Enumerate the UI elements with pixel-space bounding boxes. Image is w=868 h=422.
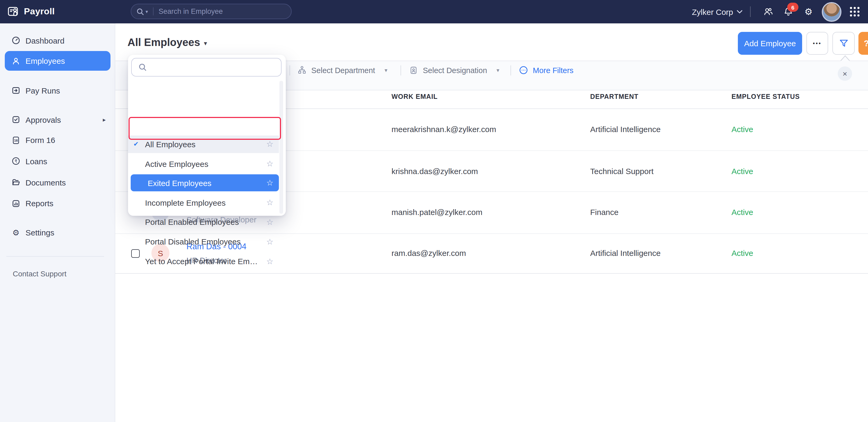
sidebar-item-employees[interactable]: Employees — [5, 51, 111, 71]
view-option-label: Yet to Accept Portal Invite Empl... — [145, 257, 261, 266]
view-option-incomplete-employees[interactable]: Incomplete Employees ☆ — [128, 194, 279, 211]
favorite-star-icon[interactable]: ☆ — [261, 139, 279, 149]
status-badge: Active — [732, 248, 753, 258]
org-switcher[interactable]: Zylker Corp — [692, 7, 750, 16]
app-window: Payroll ▾ Search in Employee Zylker Corp — [0, 0, 868, 422]
filter-separator — [401, 65, 401, 76]
sidebar-item-pay-runs[interactable]: Pay Runs — [0, 81, 115, 99]
sidebar-label: Documents — [26, 178, 66, 187]
view-option-label: Portal Enabled Employees — [145, 217, 261, 227]
contact-support-link[interactable]: Contact Support — [13, 269, 66, 278]
view-option-portal-enabled[interactable]: Portal Enabled Employees ☆ — [128, 213, 279, 231]
cell-work-email: meerakrishnan.k@zylker.com — [392, 125, 496, 134]
view-search-input[interactable] — [131, 58, 282, 77]
favorite-star-icon[interactable]: ☆ — [261, 198, 279, 207]
sidebar-divider — [6, 256, 104, 257]
notifications-button[interactable]: 6 — [778, 6, 798, 17]
submenu-chevron-icon: ▸ — [103, 116, 106, 123]
sidebar-item-settings[interactable]: ⚙ Settings — [0, 223, 115, 242]
cell-work-email: ram.das@zylker.com — [392, 248, 466, 258]
favorite-star-icon[interactable]: ☆ — [261, 237, 279, 246]
sidebar-label: Reports — [26, 199, 53, 208]
view-option-label: Portal Disabled Employees — [145, 237, 261, 246]
funnel-icon — [839, 38, 848, 48]
documents-icon — [12, 178, 20, 186]
favorite-star-icon[interactable]: ☆ — [261, 217, 279, 227]
settings-gear-icon: ⚙ — [12, 228, 20, 237]
view-option-yet-to-accept[interactable]: Yet to Accept Portal Invite Empl... ☆ — [128, 252, 279, 270]
global-search-input[interactable]: ▾ Search in Employee — [131, 4, 291, 19]
dropdown-scrollbar[interactable] — [279, 81, 283, 213]
search-scope-caret-icon[interactable]: ▾ — [146, 9, 148, 14]
favorite-star-icon[interactable]: ☆ — [261, 257, 279, 266]
column-header-employee-status: EMPLOYEE STATUS — [732, 93, 800, 100]
gear-icon: ⚙ — [805, 7, 813, 16]
department-icon — [298, 66, 307, 75]
favorite-star-icon[interactable]: ☆ — [261, 159, 279, 169]
payroll-logo-icon — [7, 6, 19, 18]
view-option-portal-disabled[interactable]: Portal Disabled Employees ☆ — [128, 233, 279, 250]
select-department-label: Select Department — [311, 66, 375, 74]
filter-separator — [289, 65, 290, 76]
select-designation-filter[interactable]: Select Designation ▼ — [409, 66, 500, 75]
status-badge: Active — [732, 208, 753, 217]
apps-grid-icon — [850, 7, 860, 17]
close-filter-icon[interactable]: × — [838, 66, 852, 81]
top-navbar: Payroll ▾ Search in Employee Zylker Corp — [0, 0, 868, 23]
sidebar-item-documents[interactable]: Documents — [0, 173, 115, 191]
view-option-label: Incomplete Employees — [145, 198, 261, 207]
loans-icon: ₹ — [12, 157, 20, 165]
apps-button[interactable] — [845, 7, 865, 17]
svg-text:16: 16 — [14, 138, 18, 142]
notification-badge: 6 — [787, 3, 798, 12]
add-employee-button[interactable]: Add Employee — [738, 32, 802, 55]
view-option-all-employees[interactable]: ✔ All Employees ☆ — [128, 135, 279, 153]
select-designation-label: Select Designation — [423, 66, 487, 74]
more-filters-button[interactable]: More Filters — [519, 66, 574, 75]
users-button[interactable] — [758, 6, 778, 17]
approvals-icon — [12, 115, 20, 124]
status-badge: Active — [732, 167, 753, 175]
sidebar-item-form-16[interactable]: 16 Form 16 — [0, 131, 115, 149]
department-caret-icon: ▼ — [383, 67, 388, 73]
sidebar-label: Approvals — [26, 115, 61, 124]
sidebar-item-dashboard[interactable]: Dashboard — [0, 31, 115, 50]
sidebar-label: Employees — [26, 56, 65, 65]
designation-icon — [409, 66, 418, 75]
view-option-exited-employees[interactable]: Exited Employees ☆ — [131, 174, 279, 191]
more-actions-button[interactable]: ••• — [806, 32, 828, 55]
cell-work-email: manish.patel@zylker.com — [392, 208, 482, 217]
page-title-dropdown[interactable]: All Employees ▾ — [127, 36, 207, 49]
filter-button[interactable] — [832, 32, 855, 55]
sidebar-label: Form 16 — [26, 135, 55, 145]
search-placeholder: Search in Employee — [159, 7, 223, 16]
sidebar-label: Settings — [26, 228, 54, 237]
cell-work-email: krishna.das@zylker.com — [392, 167, 478, 175]
filter-popover-notch-fill — [841, 56, 849, 61]
product-name: Payroll — [24, 6, 55, 17]
help-button[interactable]: ? — [859, 32, 868, 55]
more-filters-icon — [519, 66, 528, 75]
sidebar-item-reports[interactable]: Reports — [0, 194, 115, 212]
sidebar-label: Loans — [26, 156, 47, 165]
users-icon — [763, 6, 773, 17]
search-icon — [136, 8, 144, 15]
cell-department: Finance — [590, 208, 619, 217]
filter-separator — [510, 65, 511, 76]
sidebar-label: Pay Runs — [26, 86, 60, 95]
settings-button[interactable]: ⚙ — [798, 7, 818, 16]
page-title: All Employees — [127, 36, 200, 49]
employee-view-dropdown: ✔ All Employees ☆ Active Employees ☆ Exi… — [128, 55, 286, 216]
select-department-filter[interactable]: Select Department ▼ — [298, 66, 388, 75]
sidebar-item-loans[interactable]: ₹ Loans — [0, 152, 115, 170]
title-caret-icon: ▾ — [204, 38, 207, 47]
view-option-label: Active Employees — [145, 159, 261, 168]
view-option-active-employees[interactable]: Active Employees ☆ — [128, 155, 279, 173]
check-icon: ✔ — [128, 140, 144, 148]
favorite-star-icon[interactable]: ☆ — [261, 178, 279, 188]
user-avatar[interactable] — [822, 2, 841, 22]
sidebar-item-approvals[interactable]: Approvals ▸ — [0, 111, 115, 129]
cell-department: Technical Support — [590, 167, 654, 175]
search-divider — [153, 7, 153, 16]
sidebar: Dashboard Employees Pay Runs Approvals ▸… — [0, 23, 115, 422]
